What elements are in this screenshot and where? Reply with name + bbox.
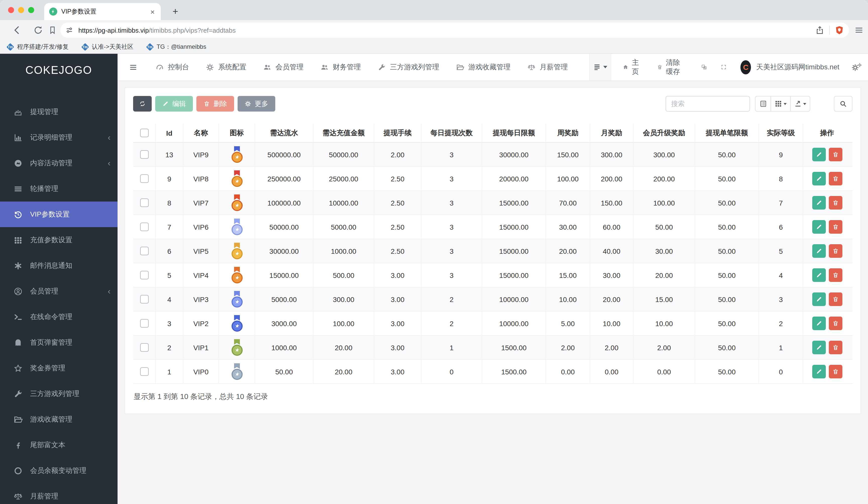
sidebar-item[interactable]: 提现管理 ‹ <box>0 99 117 125</box>
row-delete-button[interactable] <box>829 292 842 306</box>
export-dropdown-button[interactable] <box>790 96 810 112</box>
column-header[interactable]: 提现单笔限额 <box>695 124 759 142</box>
row-checkbox[interactable] <box>140 343 148 352</box>
row-edit-button[interactable] <box>812 365 826 378</box>
sidebar-item[interactable]: 邮件消息通知 ‹ <box>0 253 117 278</box>
column-header[interactable]: 需达充值金额 <box>313 124 374 142</box>
sidebar-item[interactable]: 记录明细管理 ‹ <box>0 125 117 150</box>
sidebar-item[interactable]: 游戏收藏管理 ‹ <box>0 407 117 432</box>
row-delete-button[interactable] <box>829 172 842 185</box>
sidebar-item[interactable]: 首页弹窗管理 ‹ <box>0 330 117 355</box>
fullscreen-icon[interactable] <box>721 63 726 71</box>
address-bar[interactable]: https://pg-api.timibbs.vip/timibbs.php/v… <box>60 23 849 38</box>
row-checkbox[interactable] <box>140 174 148 183</box>
brave-shield-icon[interactable] <box>835 25 844 35</box>
topnav-item[interactable]: 月薪管理 <box>519 54 576 80</box>
sidebar-item[interactable]: 尾部富文本 ‹ <box>0 432 117 458</box>
sidebar-item[interactable]: 三方游戏列管理 ‹ <box>0 381 117 407</box>
sidebar-item[interactable]: 奖金券管理 ‹ <box>0 355 117 381</box>
close-window-button[interactable] <box>8 7 14 13</box>
bookmark-icon[interactable] <box>48 25 57 35</box>
sidebar-item[interactable]: 充值参数设置 ‹ <box>0 227 117 253</box>
topnav-item[interactable]: 控制台 <box>147 54 198 80</box>
sidebar-item[interactable]: 月薪管理 ‹ <box>0 483 117 504</box>
column-header[interactable]: 提现手续 <box>374 124 422 142</box>
row-checkbox[interactable] <box>140 295 148 304</box>
row-delete-button[interactable] <box>829 365 842 378</box>
bookmark-item[interactable]: Tm TG：@tianmeibbs <box>146 42 206 51</box>
share-icon[interactable] <box>815 25 824 35</box>
topnav-item[interactable]: 财务管理 <box>312 54 370 80</box>
row-checkbox[interactable] <box>140 271 148 279</box>
row-checkbox[interactable] <box>140 198 148 207</box>
browser-tab[interactable]: VIP参数设置 × <box>44 3 161 20</box>
column-header[interactable]: 月奖励 <box>590 124 633 142</box>
row-checkbox[interactable] <box>140 247 148 255</box>
sidebar-toggle-icon[interactable] <box>129 63 137 71</box>
columns-dropdown-button[interactable] <box>771 96 790 112</box>
row-delete-button[interactable] <box>829 196 842 209</box>
tabs-dropdown-button[interactable] <box>589 54 612 80</box>
bookmark-item[interactable]: Tm 认准->天美社区 <box>82 42 133 51</box>
column-header[interactable]: 会员升级奖励 <box>633 124 695 142</box>
row-edit-button[interactable] <box>812 292 826 306</box>
row-edit-button[interactable] <box>812 244 826 258</box>
sidebar-item[interactable]: 内容活动管理 ‹ <box>0 150 117 176</box>
row-checkbox[interactable] <box>140 319 148 328</box>
minimize-window-button[interactable] <box>18 7 24 13</box>
zoom-window-button[interactable] <box>28 7 34 13</box>
settings-gears-icon[interactable] <box>851 63 859 72</box>
column-header[interactable]: 周奖励 <box>546 124 590 142</box>
column-header[interactable]: 每日提现次数 <box>422 124 482 142</box>
row-edit-button[interactable] <box>812 172 826 185</box>
sidebar-item[interactable]: VIP参数设置 ‹ <box>0 202 117 227</box>
delete-button[interactable]: 删除 <box>196 96 234 112</box>
avatar[interactable]: C <box>741 60 751 74</box>
topnav-item[interactable]: 系统配置 <box>198 54 255 80</box>
column-header[interactable]: 需达流水 <box>255 124 313 142</box>
column-header[interactable]: 提现每日限额 <box>482 124 546 142</box>
sidebar-item[interactable]: 在线命令管理 ‹ <box>0 304 117 330</box>
translate-icon[interactable] <box>701 63 707 71</box>
refresh-button[interactable] <box>133 96 152 112</box>
topnav-item[interactable]: 会员管理 <box>255 54 312 80</box>
back-icon[interactable] <box>12 25 22 35</box>
reload-icon[interactable] <box>33 25 43 35</box>
home-button[interactable]: 主页 <box>615 54 649 80</box>
row-delete-button[interactable] <box>829 317 842 330</box>
sidebar-item[interactable]: 会员余额变动管理 ‹ <box>0 458 117 483</box>
bookmark-item[interactable]: Tm 程序搭建/开发/修复 <box>7 42 69 51</box>
browser-menu-icon[interactable] <box>854 25 864 35</box>
row-edit-button[interactable] <box>812 196 826 209</box>
row-edit-button[interactable] <box>812 341 826 354</box>
row-delete-button[interactable] <box>829 268 842 282</box>
column-header[interactable]: 实际等级 <box>759 124 803 142</box>
search-input[interactable] <box>665 96 750 112</box>
row-delete-button[interactable] <box>829 341 842 354</box>
column-header[interactable]: 操作 <box>803 124 851 142</box>
sidebar-item[interactable]: 会员管理 ‹ <box>0 278 117 304</box>
sidebar-item[interactable]: 轮播管理 ‹ <box>0 176 117 202</box>
column-header[interactable]: 图标 <box>219 124 255 142</box>
detail-view-button[interactable] <box>755 96 771 112</box>
site-settings-icon[interactable] <box>65 26 73 34</box>
topnav-item[interactable]: 三方游戏列管理 <box>370 54 448 80</box>
row-delete-button[interactable] <box>829 244 842 258</box>
search-button[interactable] <box>834 96 852 112</box>
row-edit-button[interactable] <box>812 268 826 282</box>
more-button[interactable]: 更多 <box>238 96 275 112</box>
row-checkbox[interactable] <box>140 367 148 376</box>
select-all-checkbox[interactable] <box>140 128 148 137</box>
column-header[interactable]: Id <box>156 124 183 142</box>
row-delete-button[interactable] <box>829 220 842 234</box>
row-edit-button[interactable] <box>812 220 826 234</box>
column-header[interactable]: 名称 <box>183 124 219 142</box>
row-edit-button[interactable] <box>812 148 826 161</box>
tab-close-icon[interactable]: × <box>149 7 156 16</box>
edit-button[interactable]: 编辑 <box>155 96 193 112</box>
clear-cache-button[interactable]: 清除缓存 <box>650 54 694 80</box>
row-edit-button[interactable] <box>812 317 826 330</box>
row-checkbox[interactable] <box>140 150 148 159</box>
new-tab-button[interactable]: + <box>169 5 182 18</box>
row-delete-button[interactable] <box>829 148 842 161</box>
